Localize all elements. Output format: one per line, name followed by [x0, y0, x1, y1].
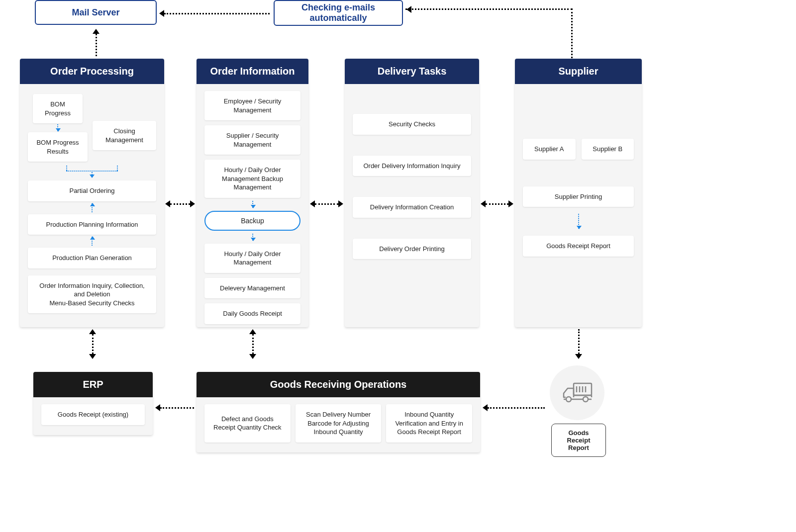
delivery-tasks-panel: Delivery Tasks Security Checks Order Del… [345, 59, 479, 327]
arrow-supplier-truck [574, 329, 584, 359]
defect-check-card: Defect and Goods Receipt Quantity Check [204, 404, 291, 443]
goods-receiving-header: Goods Receiving Operations [197, 372, 480, 397]
inbound-verification-card: Inbound Quantity Verification and Entry … [386, 404, 472, 443]
svg-point-9 [566, 397, 571, 402]
arrow-op-oi [165, 199, 195, 209]
delivery-order-printing-card: Delivery Order Printing [353, 239, 471, 260]
supplier-header: Supplier [515, 59, 642, 84]
delivery-info-creation-card: Delivery Information Creation [353, 197, 471, 218]
arrow-oi-dt [310, 199, 343, 209]
arrow-elbow-head [405, 4, 412, 14]
goods-receipt-existing-card: Goods Receipt (existing) [41, 404, 145, 425]
goods-receipt-report-card: Goods Receipt Report [523, 236, 634, 257]
arrow-truck-gro [483, 403, 545, 413]
bom-progress-results-card: BOM Progress Results [28, 132, 88, 162]
supplier-b-card: Supplier B [582, 139, 634, 160]
arrow-checking-to-mail [159, 8, 270, 18]
truck-icon [550, 365, 604, 420]
bom-progress-card: BOM Progress [33, 94, 83, 123]
delivery-tasks-header: Delivery Tasks [345, 59, 479, 84]
arrow-op-erp [88, 329, 98, 359]
order-delivery-inquiry-card: Order Delivery Information Inquiry [353, 156, 471, 177]
scan-barcode-card: Scan Delivery Number Barcode for Adjusti… [296, 404, 382, 443]
daily-goods-receipt-card: Daily Goods Receipt [204, 303, 300, 324]
supplier-panel: Supplier Supplier A Supplier B Supplier … [515, 59, 642, 327]
backup-pill: Backup [204, 211, 300, 231]
arrow-elbow-v [571, 8, 573, 58]
security-checks-card: Security Checks [353, 114, 471, 135]
hourly-daily-card: Hourly / Daily Order Management [204, 244, 300, 273]
supplier-printing-card: Supplier Printing [523, 186, 634, 207]
arrow-gro-erp [155, 403, 194, 413]
erp-panel: ERP Goods Receipt (existing) [33, 372, 153, 435]
delivery-management-card: Delevery Management [204, 278, 300, 299]
goods-receiving-panel: Goods Receiving Operations Defect and Go… [197, 372, 480, 452]
order-information-header: Order Information [197, 59, 308, 84]
checking-emails-node: Checking e-mails automatically [274, 0, 403, 26]
arrow-order-to-mail [91, 29, 101, 56]
order-information-panel: Order Information Employee / Security Ma… [197, 59, 308, 327]
arrow-elbow-h [405, 8, 572, 10]
arrow-oi-gro [248, 329, 258, 359]
hourly-daily-backup-card: Hourly / Daily Order Management Backup M… [204, 160, 300, 198]
employee-security-card: Employee / Security Management [204, 91, 300, 120]
order-processing-header: Order Processing [20, 59, 164, 84]
mail-server-node: Mail Server [35, 0, 157, 25]
supplier-a-card: Supplier A [523, 139, 576, 160]
production-plan-generation-card: Production Plan Generation [28, 248, 156, 268]
order-info-inquiry-card: Order Information Inquiry, Collection, a… [28, 275, 156, 314]
order-processing-panel: Order Processing BOM Progress BOM Progre… [20, 59, 164, 327]
arrow-dt-supplier [481, 199, 513, 209]
supplier-security-card: Supplier / Security Management [204, 125, 300, 155]
svg-point-10 [583, 397, 588, 402]
closing-management-card: Closing Management [93, 121, 156, 150]
goods-receipt-report-node: Goods Receipt Report [551, 424, 606, 457]
partial-ordering-card: Partial Ordering [28, 180, 156, 201]
production-planning-info-card: Production Planning Information [28, 214, 156, 235]
erp-header: ERP [33, 372, 153, 397]
